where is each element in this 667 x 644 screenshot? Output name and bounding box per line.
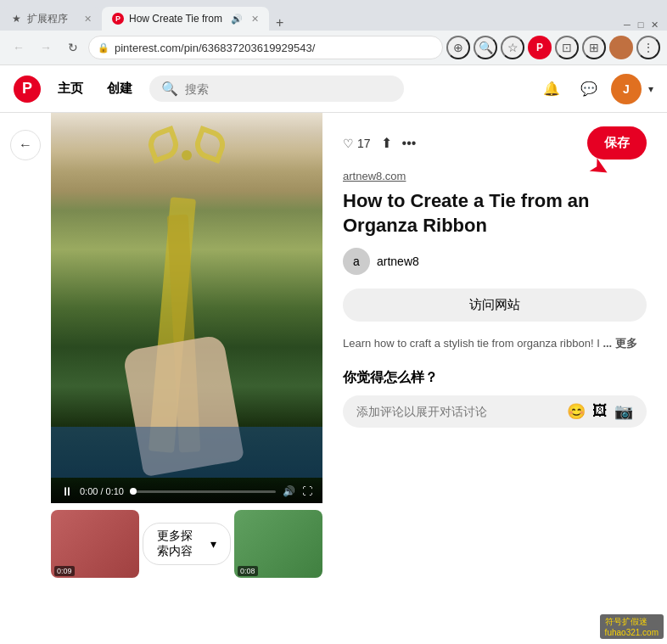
thumb-time-0: 0:09 [54,566,75,576]
minimize-button[interactable]: ─ [621,19,633,31]
more-explore-button[interactable]: 更多探索内容 ▾ [143,523,231,565]
address-text: pinterest.com/pin/636837203619929543/ [115,42,315,54]
progress-dot [130,488,137,495]
apps-button[interactable]: ⊞ [582,36,606,59]
close-button[interactable]: ✕ [648,19,660,31]
tab-close-ext[interactable]: ✕ [84,14,92,25]
extension-icon: ★ [10,13,22,25]
thumbnail-0[interactable]: 0:09 [51,510,139,578]
toolbar: ← → ↻ 🔒 pinterest.com/pin/63683720361992… [0,31,667,64]
browser-chrome: ★ 扩展程序 ✕ P How Create Tie from 🔊 ✕ + ─ □… [0,0,667,65]
video-player: ⏸ 0:00 / 0:10 🔊 ⛶ [51,113,322,503]
watermark: 符号扩假迷fuhao321.com [600,614,664,639]
author-name[interactable]: artnew8 [377,255,419,268]
screenshot-button[interactable]: ⊡ [555,36,579,59]
comment-input[interactable] [356,405,560,418]
pinterest-tab-icon: P [112,13,124,25]
more-options-button[interactable]: ••• [402,136,417,151]
share-button[interactable]: ⬆ [381,135,392,151]
video-time: 0:00 / 0:10 [80,486,124,496]
user-menu-chevron[interactable]: ▾ [648,83,653,95]
back-navigation-button[interactable]: ← [10,130,41,160]
comment-input-area: 😊 🖼 📷 [343,395,647,428]
thumbnail-2[interactable]: 0:08 [234,510,322,578]
back-button[interactable]: ← [7,36,31,59]
tab-audio-icon[interactable]: 🔊 [231,14,243,25]
tab-extensions[interactable]: ★ 扩展程序 ✕ [0,7,102,31]
nav-home[interactable]: 主页 [51,77,90,100]
like-button[interactable]: ♡ 17 [343,137,371,150]
detail-column: ♡ 17 ⬆ ••• 保存 ➤ artnew8.com How to Creat… [322,113,667,644]
heart-icon: ♡ [343,137,354,150]
maximize-button[interactable]: □ [635,19,647,31]
author-row: a artnew8 [343,248,647,275]
pinterest-logo[interactable]: P [14,76,41,103]
like-count: 17 [357,137,371,150]
lock-icon: 🔒 [98,42,109,53]
more-explore-label: 更多探索内容 [157,529,204,559]
pin-title: How to Create a Tie from an Organza Ribb… [343,189,647,238]
tab-pinterest[interactable]: P How Create Tie from 🔊 ✕ [102,7,269,31]
messages-button[interactable]: 💬 [574,74,604,104]
reload-button[interactable]: ↻ [61,36,85,59]
feeling-label: 你觉得怎么样？ [343,369,647,387]
video-controls: ⏸ 0:00 / 0:10 🔊 ⛶ [51,478,322,503]
header-right: 🔔 💬 J ▾ [536,74,653,104]
gif-button[interactable]: 🖼 [592,402,608,420]
search-bar[interactable]: 🔍 [149,76,404,102]
pinterest-app: P 主页 创建 🔍 🔔 💬 J ▾ ← [0,65,667,644]
address-bar[interactable]: 🔒 pinterest.com/pin/636837203619929543/ [88,36,443,59]
tab-extensions-label: 扩展程序 [27,12,79,26]
more-explore-chevron: ▾ [210,537,216,551]
user-avatar[interactable]: J [611,74,642,104]
video-column: ⏸ 0:00 / 0:10 🔊 ⛶ 0:09 [51,113,322,644]
emoji-button[interactable]: 😊 [567,402,586,421]
toolbar-icons: ⊕ 🔍 ☆ P ⊡ ⊞ ⋮ [446,36,660,59]
notification-button[interactable]: 🔔 [536,74,567,104]
visit-site-button[interactable]: 访问网站 [343,288,647,322]
forward-button[interactable]: → [34,36,58,59]
menu-button[interactable]: ⋮ [636,36,660,59]
thumb-time-2: 0:08 [238,566,258,576]
search-button[interactable]: 🔍 [474,36,497,59]
tab-close-pinterest[interactable]: ✕ [251,14,259,25]
back-col: ← [0,113,51,644]
fullscreen-button[interactable]: ⛶ [302,485,312,497]
tab-pinterest-label: How Create Tie from [129,13,222,25]
bookmark-button[interactable]: ☆ [501,36,524,59]
controls-row: ⏸ 0:00 / 0:10 🔊 ⛶ [61,484,312,498]
photo-button[interactable]: 📷 [614,402,633,421]
search-input[interactable] [185,82,392,96]
profile-avatar[interactable] [609,36,633,59]
pinterest-header: P 主页 创建 🔍 🔔 💬 J ▾ [0,65,667,113]
play-pause-button[interactable]: ⏸ [61,484,73,498]
tab-bar: ★ 扩展程序 ✕ P How Create Tie from 🔊 ✕ + ─ □… [0,0,667,31]
thumbnail-row: 0:09 更多探索内容 ▾ 0:08 [51,503,322,578]
volume-button[interactable]: 🔊 [283,485,295,497]
pin-description: Learn how to craft a stylish tie from or… [343,335,647,352]
pinterest-extension-icon[interactable]: P [528,36,552,59]
read-more-link[interactable]: ... 更多 [603,337,636,350]
nav-create[interactable]: 创建 [100,77,139,100]
progress-bar[interactable] [131,490,276,493]
author-avatar[interactable]: a [343,248,370,275]
cast-button[interactable]: ⊕ [446,36,470,59]
more-explore-section[interactable]: 更多探索内容 ▾ [143,510,231,578]
new-tab-button[interactable]: + [269,15,290,31]
main-content: ← [0,113,667,644]
search-icon: 🔍 [161,81,178,97]
feeling-section: 你觉得怎么样？ 😊 🖼 📷 [343,369,647,428]
